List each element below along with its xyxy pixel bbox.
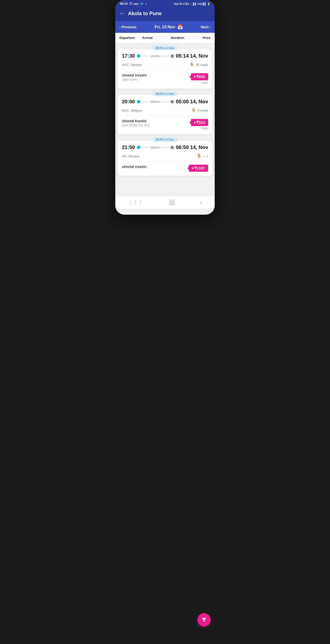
price-block-3: ₹1197 — [189, 165, 208, 172]
operator-info-1: sheetal travels night queen — [122, 73, 146, 81]
seats-info-3: 🪑 ... s — [197, 154, 208, 158]
duration-2: 09h00m — [150, 100, 161, 103]
next-button[interactable]: Next › — [201, 25, 211, 29]
seats-info-1: 🪑 25 seats — [190, 62, 208, 67]
dep-time-2: 20:00 — [122, 99, 136, 105]
operator-info-2: sheetal travels tayal simba non stop — [122, 119, 150, 127]
bus-card-1[interactable]: 17:30 11h44m 05:14 14, Nov NAC, Sleeper … — [118, 49, 212, 89]
seat-icon-1: 🪑 — [190, 62, 194, 67]
seat-row-1: NAC, Sleeper 🪑 25 seats — [122, 61, 208, 70]
arr-dot-1 — [171, 55, 174, 58]
price-tag-3: ₹1197 — [189, 165, 208, 172]
top-header: ← Akola to Pune — [115, 7, 215, 21]
status-bar-left: 08:10 🛡 amz 🐦 • — [120, 2, 146, 6]
dep-dot-3 — [137, 146, 140, 149]
previous-button[interactable]: ‹ Previous — [119, 25, 137, 29]
arr-dot-2 — [171, 100, 174, 103]
seats-count-1: 25 seats — [196, 63, 208, 67]
status-time: 08:10 — [120, 2, 128, 6]
on-time-badge-2: 88.0% on time — [152, 91, 178, 96]
seat-icon-3: 🪑 — [197, 154, 202, 158]
calendar-icon: 📅 — [177, 24, 183, 30]
dep-dot-1 — [137, 54, 140, 58]
bus-name-1: night queen — [122, 78, 146, 81]
dep-time-1: 17:30 — [122, 53, 136, 59]
time-row-2: 20:00 09h00m 05:00 14, Nov — [122, 99, 208, 105]
arr-time-2: 05:00 14, Nov — [176, 99, 208, 105]
col-duration: Duration — [165, 36, 190, 40]
bus-type-3: AC, Sleeper — [122, 154, 140, 158]
back-button[interactable]: ← — [119, 10, 125, 17]
col-price: Price — [190, 36, 211, 40]
line-right-2 — [162, 102, 170, 102]
bus-list: 88.0% on time 17:30 11h44m 05:14 14, Nov… — [115, 43, 215, 196]
seats-info-2: 🪑 6 seats — [191, 108, 208, 113]
chevron-left-icon: ‹ — [119, 25, 121, 29]
on-time-badge-3: 88.0% on time — [152, 137, 178, 142]
status-bar-right: Vo)) 4G LTE1 ↑↓ ▌▌ Vo)) ▌▌ 🔋 — [174, 3, 210, 5]
time-row-3: 21:50 09h00m 06:50 14, Nov — [122, 144, 208, 150]
price-original-2: ₹550 — [191, 127, 208, 130]
bus-card-wrapper-3: 88.0% on time 21:50 09h00m 06:50 14, Nov… — [118, 134, 212, 176]
seat-row-2: NAC, Sleeper 🪑 6 seats — [122, 107, 208, 116]
duration-3: 09h00m — [150, 146, 161, 149]
current-date: Fri, 13 Nov — [155, 25, 175, 29]
seats-count-2: 6 seats — [197, 109, 208, 112]
bus-card-wrapper-2: 88.0% on time 20:00 09h00m 05:00 14, Nov… — [118, 89, 212, 134]
price-dot-3 — [192, 167, 193, 169]
line-left-2 — [141, 102, 149, 102]
network-icons: Vo)) 4G LTE1 ↑↓ ▌▌ Vo)) ▌▌ 🔋 — [174, 3, 210, 5]
bus-name-2: tayal simba non stop — [122, 123, 150, 127]
line-left-3 — [141, 147, 149, 148]
seat-row-3: AC, Sleeper 🪑 ... s — [122, 152, 208, 162]
arr-time-3: 06:50 14, Nov — [176, 144, 208, 150]
date-display[interactable]: Fri, 13 Nov 📅 — [155, 24, 183, 30]
nav-back-icon[interactable]: ‹ — [200, 200, 202, 205]
price-dot-1 — [194, 76, 195, 78]
operator-info-3: sheetal travels — [122, 165, 146, 169]
operator-row-1: sheetal travels night queen ₹855 ₹900 — [122, 70, 208, 85]
price-value-2: ₹523 — [196, 120, 205, 125]
arr-dot-3 — [171, 146, 174, 149]
seat-icon-2: 🪑 — [191, 108, 196, 113]
price-value-1: ₹855 — [196, 75, 205, 79]
price-value-3: ₹1197 — [194, 166, 205, 170]
nav-home-icon[interactable]: ⬜ — [169, 199, 175, 205]
status-bar: 08:10 🛡 amz 🐦 • Vo)) 4G LTE1 ↑↓ ▌▌ Vo)) … — [115, 0, 215, 7]
line-right-3 — [162, 147, 170, 148]
col-arrival: Arrival — [142, 36, 165, 40]
bus-card-3[interactable]: 21:50 09h00m 06:50 14, Nov AC, Sleeper 🪑… — [118, 140, 212, 176]
header-title: Akola to Pune — [128, 11, 162, 16]
price-dot-2 — [194, 122, 195, 123]
price-tag-1: ₹855 — [191, 73, 208, 80]
seats-count-3: ... s — [203, 154, 208, 158]
arr-time-1: 05:14 14, Nov — [176, 53, 208, 59]
operator-name-3: sheetal travels — [122, 165, 146, 169]
next-label: Next — [201, 25, 208, 29]
shield-icon: 🛡 — [129, 2, 132, 6]
phone-frame: 08:10 🛡 amz 🐦 • Vo)) 4G LTE1 ↑↓ ▌▌ Vo)) … — [115, 0, 215, 215]
operator-name-2: sheetal travels — [122, 119, 150, 123]
operator-row-2: sheetal travels tayal simba non stop ₹52… — [122, 116, 208, 130]
bus-type-2: NAC, Sleeper — [122, 109, 142, 112]
price-block-2: ₹523 ₹550 — [191, 119, 208, 130]
bus-card-2[interactable]: 20:00 09h00m 05:00 14, Nov NAC, Sleeper … — [118, 95, 212, 134]
bus-type-1: NAC, Sleeper — [122, 63, 142, 67]
dot-icon: • — [145, 2, 146, 6]
column-headers: Departure Arrival Duration Price — [115, 33, 215, 43]
bottom-nav: ⋮⋮⋮ ⬜ ‹ — [115, 196, 215, 208]
dep-time-3: 21:50 — [122, 144, 136, 150]
price-block-1: ₹855 ₹900 — [191, 73, 208, 85]
on-time-badge-1: 88.0% on time — [152, 45, 178, 51]
duration-1: 11h44m — [150, 55, 161, 58]
price-tag-2: ₹523 — [191, 119, 208, 126]
previous-label: Previous — [122, 25, 137, 29]
time-row-1: 17:30 11h44m 05:14 14, Nov — [122, 53, 208, 59]
nav-menu-icon[interactable]: ⋮⋮⋮ — [128, 199, 143, 205]
amazon-icon: amz — [134, 3, 139, 5]
dep-dot-2 — [137, 100, 140, 103]
price-original-1: ₹900 — [191, 81, 208, 85]
bus-card-wrapper-1: 88.0% on time 17:30 11h44m 05:14 14, Nov… — [118, 43, 212, 89]
operator-name-1: sheetal travels — [122, 73, 146, 77]
date-nav-bar: ‹ Previous Fri, 13 Nov 📅 Next › — [115, 21, 215, 33]
